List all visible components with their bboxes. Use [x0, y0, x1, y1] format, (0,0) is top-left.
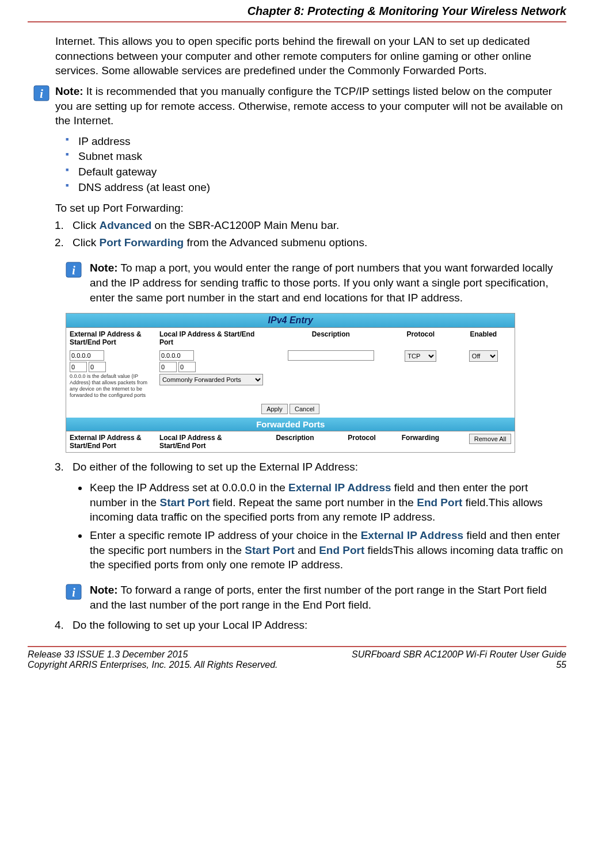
- footer-left: Release 33 ISSUE 1.3 December 2015 Copyr…: [28, 649, 278, 670]
- apply-button[interactable]: Apply: [261, 404, 288, 414]
- bullet-1: Keep the IP Address set at 0.0.0.0 in th…: [89, 480, 566, 525]
- info-icon: i: [33, 85, 50, 101]
- note-label: Note:: [90, 584, 118, 596]
- page-number: 55: [556, 660, 566, 670]
- svg-text:i: i: [40, 87, 43, 100]
- doc-title: SURFboard SBR AC1200P Wi-Fi Router User …: [352, 649, 566, 659]
- col-protocol: Protocol: [389, 328, 452, 349]
- advanced-link: Advanced: [99, 219, 151, 231]
- step-text: Click: [73, 219, 99, 231]
- note-3: Note: To forward a range of ports, enter…: [90, 583, 566, 612]
- text: field. Repeat the same port number in th…: [210, 496, 417, 508]
- release-info: Release 33 ISSUE 1.3 December 2015: [28, 649, 188, 659]
- start-port-ref: Start Port: [245, 544, 295, 556]
- step-text: from the Advanced submenu options.: [184, 236, 367, 248]
- col-local-ip-2: Local IP Address & Start/End Port: [156, 431, 246, 452]
- list-item: Subnet mask: [66, 149, 566, 165]
- col-external-ip: External IP Address & Start/End Port: [66, 328, 156, 349]
- chapter-header: Chapter 8: Protecting & Monitoring Your …: [28, 0, 566, 21]
- note-2: Note: To map a port, you would enter the…: [90, 261, 566, 305]
- external-ip-address-ref: External IP Address: [288, 481, 391, 494]
- settings-list: IP address Subnet mask Default gateway D…: [66, 134, 566, 195]
- step-2: Click Port Forwarding from the Advanced …: [67, 235, 566, 251]
- step-text: on the SBR-AC1200P Main Menu bar.: [151, 219, 339, 231]
- note-text-body: It is recommended that you manually conf…: [55, 85, 563, 127]
- local-ip-input[interactable]: [159, 350, 194, 361]
- svg-text:i: i: [72, 586, 75, 599]
- col-forwarding: Forwarding: [398, 431, 461, 452]
- intro-paragraph: Internet. This allows you to open specif…: [55, 34, 566, 78]
- protocol-select[interactable]: TCP: [405, 350, 436, 362]
- step-text: Click: [73, 236, 99, 248]
- step-4: Do the following to set up your Local IP…: [67, 618, 566, 633]
- list-item: DNS address (at least one): [66, 180, 566, 196]
- text: Keep the IP Address set at 0.0.0.0 in th…: [90, 481, 288, 494]
- header-divider: [28, 21, 566, 22]
- svg-text:i: i: [72, 264, 75, 277]
- step-1: Click Advanced on the SBR-AC1200P Main M…: [67, 218, 566, 234]
- external-ip-input[interactable]: [70, 350, 104, 361]
- col-description-2: Description: [246, 431, 344, 452]
- loc-end-port-input[interactable]: [178, 362, 196, 372]
- col-external-ip-2: External IP Address & Start/End Port: [66, 431, 156, 452]
- list-item: Default gateway: [66, 165, 566, 180]
- remove-all-button[interactable]: Remove All: [469, 434, 512, 444]
- col-local-ip: Local IP Address & Start/End Port: [156, 328, 273, 349]
- end-port-ref: End Port: [417, 496, 462, 508]
- col-enabled: Enabled: [452, 328, 515, 349]
- text: Enter a specific remote IP address of yo…: [90, 529, 361, 541]
- description-input[interactable]: [288, 350, 374, 361]
- cancel-button[interactable]: Cancel: [290, 404, 319, 414]
- enabled-select[interactable]: Off: [469, 350, 498, 362]
- footer-right: SURFboard SBR AC1200P Wi-Fi Router User …: [352, 649, 566, 670]
- footer-divider: [28, 646, 566, 647]
- col-protocol-2: Protocol: [344, 431, 398, 452]
- setup-heading: To set up Port Forwarding:: [55, 202, 566, 215]
- loc-start-port-input[interactable]: [159, 362, 177, 372]
- commonly-forwarded-select[interactable]: Commonly Forwarded Ports: [159, 374, 263, 385]
- ext-start-port-input[interactable]: [70, 362, 87, 372]
- forwarded-ports-header: Forwarded Ports: [66, 418, 515, 431]
- step-3: Do either of the following to set up the…: [67, 460, 566, 475]
- note-text-body: To map a port, you would enter the range…: [90, 262, 553, 303]
- info-icon: i: [66, 584, 82, 600]
- ipv4-entry-header: IPv4 Entry: [66, 313, 515, 328]
- note-1: Note: It is recommended that you manuall…: [55, 84, 566, 128]
- list-item: IP address: [66, 134, 566, 150]
- external-ip-address-ref: External IP Address: [361, 529, 463, 541]
- copyright: Copyright ARRIS Enterprises, Inc. 2015. …: [28, 660, 278, 670]
- note-label: Note:: [55, 85, 83, 97]
- note-text-body: To forward a range of ports, enter the f…: [90, 584, 547, 611]
- port-forwarding-screenshot: IPv4 Entry External IP Address & Start/E…: [66, 313, 515, 452]
- ip-hint-text: 0.0.0.0 is the default value (IP Address…: [70, 373, 153, 398]
- bullet-2: Enter a specific remote IP address of yo…: [89, 528, 566, 572]
- ext-end-port-input[interactable]: [89, 362, 106, 372]
- end-port-ref: End Port: [319, 544, 364, 556]
- text: and: [295, 544, 319, 556]
- port-forwarding-link: Port Forwarding: [99, 236, 184, 248]
- col-description: Description: [273, 328, 390, 349]
- note-label: Note:: [90, 262, 118, 274]
- info-icon: i: [66, 262, 82, 278]
- start-port-ref: Start Port: [159, 496, 210, 508]
